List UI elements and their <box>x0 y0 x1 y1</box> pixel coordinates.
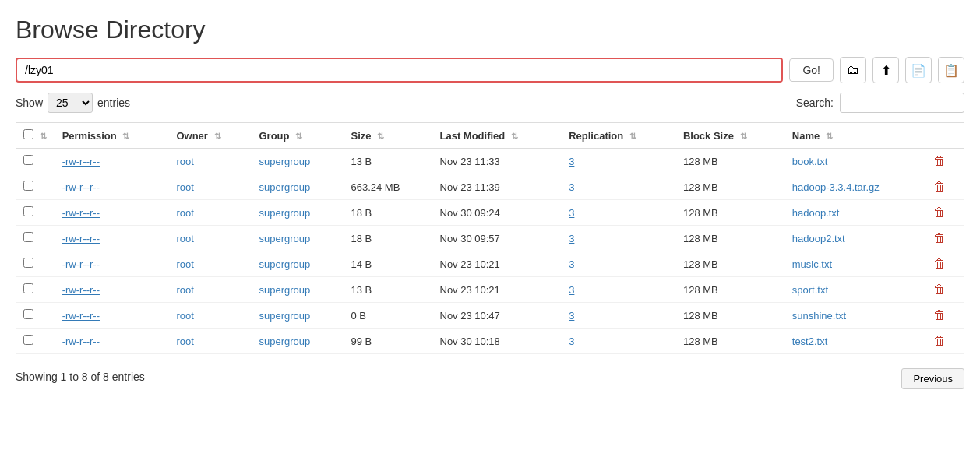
previous-button[interactable]: Previous <box>901 368 964 389</box>
replication-link-5[interactable]: 3 <box>569 284 574 296</box>
group-link-4[interactable]: supergroup <box>259 258 310 270</box>
blocksize-cell-3: 128 MB <box>675 226 784 251</box>
permission-link-1[interactable]: -rw-r--r-- <box>62 181 100 193</box>
table-row: -rw-r--r-- root supergroup 13 B Nov 23 1… <box>16 149 964 174</box>
entries-select[interactable]: 10 25 50 100 <box>48 93 93 113</box>
col-block-size: Block Size ⇅ <box>675 123 784 149</box>
name-link-1[interactable]: hadoop-3.3.4.tar.gz <box>792 181 880 193</box>
owner-link-2[interactable]: root <box>176 207 193 219</box>
name-link-0[interactable]: book.txt <box>792 156 828 167</box>
search-input[interactable] <box>840 93 964 113</box>
row-checkbox-2[interactable] <box>23 206 33 216</box>
owner-link-5[interactable]: root <box>176 284 193 296</box>
size-cell-6: 0 B <box>343 303 432 329</box>
permission-link-4[interactable]: -rw-r--r-- <box>62 258 100 270</box>
group-link-6[interactable]: supergroup <box>259 310 310 322</box>
size-cell-2: 18 B <box>343 200 432 226</box>
owner-link-1[interactable]: root <box>176 181 193 193</box>
group-link-7[interactable]: supergroup <box>259 336 310 347</box>
delete-icon-0[interactable]: 🗑 <box>933 154 946 167</box>
replication-link-0[interactable]: 3 <box>569 156 574 167</box>
blocksize-cell-7: 128 MB <box>675 329 784 354</box>
col-name: Name ⇅ <box>784 123 926 149</box>
delete-icon-2[interactable]: 🗑 <box>933 206 946 219</box>
row-checkbox-0[interactable] <box>23 155 33 165</box>
replication-link-2[interactable]: 3 <box>569 207 574 219</box>
file-icon: 📄 <box>911 63 926 78</box>
upload-button[interactable]: ⬆ <box>872 57 899 83</box>
path-input[interactable] <box>16 58 783 83</box>
delete-icon-4[interactable]: 🗑 <box>933 257 946 270</box>
name-link-2[interactable]: hadoop.txt <box>792 207 840 219</box>
blocksize-cell-5: 128 MB <box>675 277 784 303</box>
group-link-3[interactable]: supergroup <box>259 233 310 244</box>
name-link-5[interactable]: sport.txt <box>792 284 828 296</box>
table-row: -rw-r--r-- root supergroup 18 B Nov 30 0… <box>16 226 964 251</box>
table-row: -rw-r--r-- root supergroup 663.24 MB Nov… <box>16 174 964 200</box>
replication-link-3[interactable]: 3 <box>569 233 574 244</box>
col-replication: Replication ⇅ <box>561 123 675 149</box>
select-all-checkbox[interactable] <box>23 129 33 139</box>
row-checkbox-5[interactable] <box>23 283 33 293</box>
size-cell-4: 14 B <box>343 251 432 277</box>
owner-link-0[interactable]: root <box>176 156 193 167</box>
name-link-3[interactable]: hadoop2.txt <box>792 233 845 244</box>
replication-link-7[interactable]: 3 <box>569 336 574 347</box>
entries-label: entries <box>97 97 130 109</box>
row-checkbox-1[interactable] <box>23 181 33 191</box>
row-checkbox-4[interactable] <box>23 258 33 268</box>
delete-icon-3[interactable]: 🗑 <box>933 231 946 244</box>
folder-button[interactable]: 🗂 <box>840 57 866 83</box>
owner-link-3[interactable]: root <box>176 233 193 244</box>
permission-link-5[interactable]: -rw-r--r-- <box>62 284 100 296</box>
modified-cell-4: Nov 23 10:21 <box>432 251 562 277</box>
delete-icon-1[interactable]: 🗑 <box>933 180 946 193</box>
copy-icon: 📋 <box>943 63 959 78</box>
col-group: Group ⇅ <box>251 123 343 149</box>
permission-link-3[interactable]: -rw-r--r-- <box>62 233 100 244</box>
group-link-1[interactable]: supergroup <box>259 181 310 193</box>
name-link-4[interactable]: music.txt <box>792 258 832 270</box>
col-actions <box>925 123 964 149</box>
row-checkbox-3[interactable] <box>23 232 33 242</box>
permission-link-7[interactable]: -rw-r--r-- <box>62 336 100 347</box>
blocksize-cell-1: 128 MB <box>675 174 784 200</box>
file-button[interactable]: 📄 <box>905 57 932 83</box>
size-cell-7: 99 B <box>343 329 432 354</box>
owner-link-7[interactable]: root <box>176 336 193 347</box>
permission-link-6[interactable]: -rw-r--r-- <box>62 310 100 322</box>
table-row: -rw-r--r-- root supergroup 99 B Nov 30 1… <box>16 329 964 354</box>
replication-link-6[interactable]: 3 <box>569 310 574 322</box>
table-row: -rw-r--r-- root supergroup 18 B Nov 30 0… <box>16 200 964 226</box>
size-cell-0: 13 B <box>343 149 432 174</box>
group-link-5[interactable]: supergroup <box>259 284 310 296</box>
copy-button[interactable]: 📋 <box>938 57 964 83</box>
go-button[interactable]: Go! <box>789 58 834 82</box>
name-link-6[interactable]: sunshine.txt <box>792 310 846 322</box>
group-link-0[interactable]: supergroup <box>259 156 310 167</box>
replication-link-1[interactable]: 3 <box>569 181 574 193</box>
upload-icon: ⬆ <box>881 63 891 78</box>
controls-row: Show 10 25 50 100 entries Search: <box>16 93 964 113</box>
row-checkbox-7[interactable] <box>23 335 33 345</box>
show-label: Show <box>16 97 43 109</box>
replication-link-4[interactable]: 3 <box>569 258 574 270</box>
row-checkbox-6[interactable] <box>23 309 33 319</box>
search-area: Search: <box>796 93 964 113</box>
permission-link-0[interactable]: -rw-r--r-- <box>62 156 100 167</box>
owner-link-4[interactable]: root <box>176 258 193 270</box>
delete-icon-6[interactable]: 🗑 <box>933 308 946 322</box>
table-row: -rw-r--r-- root supergroup 14 B Nov 23 1… <box>16 251 964 277</box>
owner-link-6[interactable]: root <box>176 310 193 322</box>
showing-text: Showing 1 to 8 of 8 entries <box>16 371 145 383</box>
permission-link-2[interactable]: -rw-r--r-- <box>62 207 100 219</box>
group-link-2[interactable]: supergroup <box>259 207 310 219</box>
name-link-7[interactable]: test2.txt <box>792 336 828 347</box>
size-cell-1: 663.24 MB <box>343 174 432 200</box>
blocksize-cell-0: 128 MB <box>675 149 784 174</box>
delete-icon-5[interactable]: 🗑 <box>933 283 946 296</box>
folder-icon: 🗂 <box>847 63 859 77</box>
delete-icon-7[interactable]: 🗑 <box>933 334 946 347</box>
col-permission: Permission ⇅ <box>55 123 169 149</box>
col-size: Size ⇅ <box>343 123 432 149</box>
